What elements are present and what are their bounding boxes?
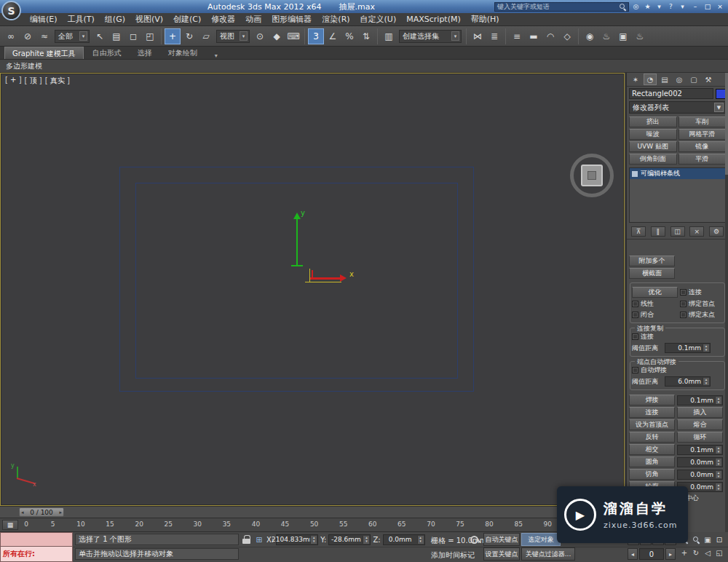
menu-modifiers[interactable]: 修改器	[206, 13, 240, 25]
absolute-mode-icon[interactable]: ⊞	[254, 534, 264, 545]
cross-insert-button[interactable]: 相交	[629, 444, 675, 455]
spinner-arrows-icon[interactable]	[715, 471, 721, 478]
zoom-region-icon[interactable]: ⊡	[713, 534, 725, 545]
weld-threshold-field[interactable]: 0.1mm	[677, 395, 723, 405]
spinner-arrows-icon[interactable]	[715, 483, 721, 491]
utilities-tab-icon[interactable]: ⚒	[702, 74, 715, 85]
time-slider-next-icon[interactable]: ▸	[59, 510, 62, 515]
viewport[interactable]: + 顶 真实 y x y x	[0, 73, 625, 506]
spinner-arrows-icon[interactable]	[715, 397, 721, 404]
search-input[interactable]: 键入关键字或短语	[494, 2, 629, 12]
render-production-icon[interactable]: ♨	[632, 28, 648, 44]
menu-edit[interactable]: 编辑(E)	[25, 13, 63, 25]
spinner-arrows-icon[interactable]	[363, 536, 369, 544]
mirror-icon[interactable]: ⋈	[470, 28, 486, 44]
meshsmooth-button[interactable]: 网格平滑	[678, 129, 727, 140]
select-and-link-icon[interactable]: ∞	[3, 28, 19, 44]
time-slider-prev-icon[interactable]: ◂	[21, 510, 24, 515]
object-name-input[interactable]: Rectangle002	[629, 88, 713, 99]
z-coordinate-field[interactable]: 0.0mm	[383, 534, 425, 545]
connect-button[interactable]: 连接	[629, 407, 675, 418]
render-setup-icon[interactable]: ♨	[598, 28, 614, 44]
make-first-button[interactable]: 设为首顶点	[629, 419, 675, 430]
closed-checkbox[interactable]: 闭合	[632, 310, 678, 320]
modify-tab-icon[interactable]: ◔	[644, 74, 657, 85]
window-crossing-icon[interactable]: ◰	[142, 28, 158, 44]
help-icon[interactable]: ?	[666, 2, 676, 12]
track-bar[interactable]: ▦ 05101520253035404550556065707580859095…	[0, 518, 625, 532]
favorites-icon[interactable]: ★	[643, 2, 652, 12]
refine-connect-checkbox[interactable]: 连接	[680, 288, 702, 297]
fuse-button[interactable]: 熔合	[677, 419, 723, 430]
minimize-button[interactable]: –	[689, 2, 701, 12]
make-unique-icon[interactable]: ◫	[670, 226, 685, 237]
display-tab-icon[interactable]: ▢	[687, 74, 700, 85]
tab-freeform[interactable]: 自由形式	[85, 47, 129, 59]
ribbon-minimize-icon[interactable]: ▾	[212, 52, 221, 59]
fillet-field[interactable]: 0.0mm	[677, 457, 723, 467]
auto-weld-threshold-field[interactable]: 6.0mm	[665, 376, 711, 387]
motion-tab-icon[interactable]: ◎	[673, 74, 686, 85]
spinner-arrows-icon[interactable]	[715, 459, 721, 466]
rendered-frame-window-icon[interactable]: ▣	[615, 28, 631, 44]
edit-named-selection-sets-icon[interactable]: ▥	[381, 28, 397, 44]
connect-copy-threshold-field[interactable]: 0.1mm	[665, 343, 711, 353]
menu-maxscript[interactable]: MAXScript(M)	[401, 13, 466, 25]
select-by-name-icon[interactable]: ▤	[108, 28, 124, 44]
pan-icon[interactable]: +	[678, 547, 690, 558]
panel-scrollbar[interactable]	[725, 73, 728, 532]
material-editor-icon[interactable]: ◉	[582, 28, 598, 44]
listener-line[interactable]: 所有在行:	[0, 547, 73, 562]
spinner-arrows-icon[interactable]	[703, 378, 709, 385]
communication-center-icon[interactable]: ◎	[631, 2, 641, 12]
menu-customize[interactable]: 自定义(U)	[355, 13, 402, 25]
orbit-icon[interactable]: ↻	[690, 547, 702, 558]
application-menu-button[interactable]: S	[1, 1, 21, 20]
menu-views[interactable]: 视图(V)	[130, 13, 168, 25]
extrude-button[interactable]: 挤出	[629, 116, 677, 127]
chevron-down-icon[interactable]: ▼	[714, 103, 724, 112]
restore-button[interactable]: □	[702, 2, 713, 12]
macro-recorder-line[interactable]	[0, 532, 73, 547]
selection-region-icon[interactable]: ◻	[125, 28, 141, 44]
keyboard-shortcut-override-icon[interactable]: ⌨	[285, 28, 301, 44]
cycle-button[interactable]: 循环	[677, 432, 723, 443]
key-filters-button[interactable]: 关键点过滤器...	[521, 547, 575, 561]
menu-tools[interactable]: 工具(T)	[63, 13, 100, 25]
attach-multiple-button[interactable]: 附加多个	[629, 256, 675, 266]
weld-button[interactable]: 焊接	[629, 395, 675, 405]
lathe-button[interactable]: 车削	[678, 116, 727, 127]
bind-first-checkbox[interactable]: 绑定首点	[680, 299, 715, 309]
reverse-button[interactable]: 反转	[629, 432, 675, 443]
noise-button[interactable]: 噪波	[629, 129, 677, 140]
hierarchy-tab-icon[interactable]: ▤	[658, 74, 671, 85]
selected-objects-dropdown[interactable]: 选定对象	[521, 533, 561, 546]
next-frame-button[interactable]: ▸	[665, 548, 676, 560]
fov-icon[interactable]: ◁	[702, 547, 713, 558]
tab-selection[interactable]: 选择	[130, 47, 159, 59]
linear-checkbox[interactable]: 线性	[632, 299, 678, 309]
select-object-icon[interactable]: ↖	[92, 28, 108, 44]
tab-object-paint[interactable]: 对象绘制	[161, 47, 205, 59]
menu-create[interactable]: 创建(C)	[168, 13, 206, 25]
panel-scrollbar-thumb[interactable]	[725, 73, 728, 175]
show-end-result-icon[interactable]: ∥	[651, 226, 665, 237]
maximize-viewport-icon[interactable]: ◱	[713, 547, 725, 558]
y-coordinate-field[interactable]: -28.6mm	[328, 534, 371, 545]
viewport-menu-general[interactable]: +	[5, 76, 22, 86]
add-time-tag-button[interactable]: 添加时间标记	[431, 550, 475, 561]
previous-frame-button[interactable]: ◂	[628, 548, 638, 560]
mirror-modifier-button[interactable]: 镜像	[678, 141, 727, 152]
cross-section-button[interactable]: 横截面	[629, 268, 675, 279]
bevel-profile-button[interactable]: 倒角剖面	[629, 154, 677, 165]
spinner-arrows-icon[interactable]	[310, 536, 317, 544]
mini-curve-editor-button[interactable]: ▦	[2, 520, 18, 530]
schematic-view-icon[interactable]: ◇	[559, 28, 575, 44]
search-icon[interactable]	[620, 4, 626, 10]
menu-rendering[interactable]: 渲染(R)	[317, 13, 355, 25]
zoom-all-icon[interactable]	[690, 534, 702, 545]
cross-insert-field[interactable]: 0.1mm	[677, 445, 723, 455]
maxscript-mini-listener[interactable]: 所有在行:	[0, 532, 73, 562]
close-button[interactable]: ×	[714, 2, 726, 12]
view-cube[interactable]	[570, 154, 614, 197]
